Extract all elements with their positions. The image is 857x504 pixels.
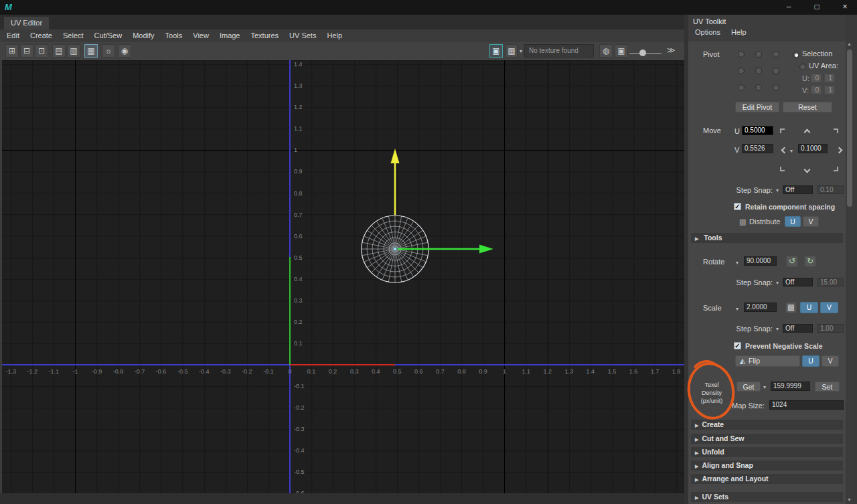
pivot-selection-radio[interactable] <box>793 52 799 58</box>
move-pad-corner[interactable] <box>834 129 838 133</box>
menu-select[interactable]: Select <box>58 31 89 39</box>
minimize-button[interactable]: – <box>775 0 802 15</box>
pivot-position-radio[interactable] <box>738 68 745 74</box>
close-button[interactable]: × <box>832 0 857 15</box>
pivot-position-radio[interactable] <box>773 68 779 74</box>
section-create[interactable]: Create <box>691 420 843 430</box>
uv-sew-icon[interactable]: ⊡ <box>35 44 48 58</box>
pivot-v-max-field[interactable]: 1 <box>824 86 835 94</box>
move-pad-corner[interactable] <box>834 167 838 171</box>
maximize-button[interactable]: □ <box>803 0 830 15</box>
distribute-v-button[interactable]: V <box>803 216 819 227</box>
prevent-negative-scale-checkbox[interactable] <box>734 342 741 349</box>
edit-pivot-button[interactable]: Edit Pivot <box>735 102 779 112</box>
pivot-position-radio[interactable] <box>755 84 762 91</box>
menu-tools[interactable]: Tools <box>160 31 188 39</box>
move-step-snap-mode[interactable]: Off <box>783 185 813 194</box>
rotate-ccw-button[interactable]: ↺ <box>786 256 798 267</box>
menu-cut-sew[interactable]: Cut/Sew <box>89 31 128 39</box>
move-u-field[interactable]: 0.5000 <box>742 126 773 135</box>
shade-uvs-icon[interactable]: ☼ <box>102 44 115 58</box>
scale-step-snap-mode[interactable]: Off <box>783 324 813 333</box>
menu-create[interactable]: Create <box>25 31 58 39</box>
rotate-cw-button[interactable]: ↻ <box>804 256 816 267</box>
update-texture-icon[interactable]: ◍ <box>599 44 613 58</box>
scale-step-snap-amount[interactable]: 1.00 <box>817 324 844 333</box>
nudge-amount-field[interactable]: 0.1000 <box>798 144 828 153</box>
tab-uv-editor[interactable]: UV Editor <box>4 17 49 29</box>
section-tools[interactable]: Tools <box>691 233 843 243</box>
pivot-u-max-field[interactable]: 1 <box>824 74 835 82</box>
uv-snapshot-icon[interactable]: ◉ <box>118 44 131 58</box>
scale-keyboard-icon[interactable]: ▩ <box>785 302 797 313</box>
uv-border-icon[interactable]: ▥ <box>67 44 80 58</box>
move-step-snap-amount[interactable]: 0.10 <box>817 185 844 194</box>
flip-v-button[interactable]: V <box>822 355 839 367</box>
toolkit-menu-options[interactable]: Options <box>690 28 726 36</box>
rotate-step-snap-mode[interactable]: Off <box>783 278 813 286</box>
scale-dropdown-icon[interactable] <box>736 306 738 312</box>
rotate-angle-field[interactable]: 90.0000 <box>744 256 777 266</box>
section-unfold[interactable]: Unfold <box>691 447 843 457</box>
toolkit-menu-help[interactable]: Help <box>726 28 752 36</box>
map-size-field[interactable]: 1024 <box>769 400 844 410</box>
section-cut-and-sew[interactable]: Cut and Sew <box>691 434 843 444</box>
texel-get-button[interactable]: Get <box>736 382 761 392</box>
texel-density-field[interactable]: 159.9999 <box>771 382 810 391</box>
scale-step-snap-dropdown-icon[interactable] <box>776 326 779 332</box>
menu-uv-sets[interactable]: UV Sets <box>284 31 321 39</box>
flip-u-button[interactable]: U <box>802 355 820 367</box>
menu-textures[interactable]: Textures <box>245 31 284 39</box>
toolkit-scrollbar[interactable]: ▲ ▼ <box>846 40 853 504</box>
nudge-left-icon[interactable] <box>781 147 788 154</box>
pivot-position-radio[interactable] <box>773 84 779 91</box>
pivot-position-radio[interactable] <box>773 51 779 58</box>
pivot-position-radio[interactable] <box>755 51 762 58</box>
section-uv-sets[interactable]: UV Sets <box>691 492 843 502</box>
image-display-icon[interactable]: ▣ <box>489 44 503 58</box>
scroll-up-icon[interactable]: ▲ <box>846 40 853 48</box>
flip-button[interactable]: ◭Flip <box>735 355 800 367</box>
nudge-up-icon[interactable] <box>804 129 811 136</box>
tile-grid-icon[interactable]: ▦ <box>84 44 98 58</box>
section-align-and-snap[interactable]: Align and Snap <box>691 460 843 471</box>
uv-shell-icon[interactable]: ▤ <box>52 44 66 58</box>
pivot-u-min-field[interactable]: 0 <box>811 74 822 82</box>
nudge-right-icon[interactable] <box>836 147 843 154</box>
uv-cut-icon[interactable]: ⊟ <box>20 44 33 58</box>
pivot-position-radio[interactable] <box>738 84 745 91</box>
toolbar-expand-icon[interactable]: ≫ <box>667 46 676 55</box>
reset-pivot-button[interactable]: Reset <box>783 102 832 112</box>
scroll-down-icon[interactable]: ▼ <box>846 496 853 504</box>
menu-help[interactable]: Help <box>321 31 347 39</box>
scale-value-field[interactable]: 2.0000 <box>744 303 777 312</box>
uv-shell-and-manipulator[interactable] <box>2 60 684 493</box>
rotate-step-snap-dropdown-icon[interactable] <box>776 280 779 286</box>
nudge-amount-dropdown-icon[interactable] <box>790 148 793 154</box>
pivot-v-min-field[interactable]: 0 <box>811 86 822 94</box>
uv-lattice-icon[interactable]: ⊞ <box>5 44 19 58</box>
texel-set-button[interactable]: Set <box>815 382 840 392</box>
move-pad-corner[interactable] <box>780 129 785 133</box>
move-pad-corner[interactable] <box>780 167 785 171</box>
texel-dropdown-icon[interactable] <box>763 384 766 390</box>
menu-image[interactable]: Image <box>214 31 246 39</box>
menu-edit[interactable]: Edit <box>1 31 25 39</box>
pivot-uv-area-radio[interactable] <box>799 64 806 70</box>
checker-dropdown-icon[interactable] <box>520 48 522 54</box>
menu-view[interactable]: View <box>187 31 214 39</box>
pivot-position-radio[interactable] <box>738 51 745 58</box>
nudge-down-icon[interactable] <box>804 167 811 173</box>
checker-map-icon[interactable]: ▦ <box>505 44 518 58</box>
rotate-dropdown-icon[interactable] <box>736 260 738 266</box>
move-step-snap-dropdown-icon[interactable] <box>776 187 779 193</box>
rotate-step-snap-amount[interactable]: 15.00 <box>817 278 844 286</box>
scale-v-button[interactable]: V <box>820 302 838 313</box>
pivot-position-radio[interactable] <box>755 68 762 74</box>
retain-spacing-checkbox[interactable] <box>734 203 741 210</box>
uv-viewport[interactable]: -1.3-1.2-1.1-1-0.9-0.8-0.7-0.6-0.5-0.4-0… <box>2 60 684 493</box>
image-range-icon[interactable]: ▣ <box>615 44 628 58</box>
texture-combo[interactable]: No texture found <box>524 44 594 58</box>
move-v-field[interactable]: 0.5526 <box>742 144 773 153</box>
scale-u-button[interactable]: U <box>800 302 818 313</box>
